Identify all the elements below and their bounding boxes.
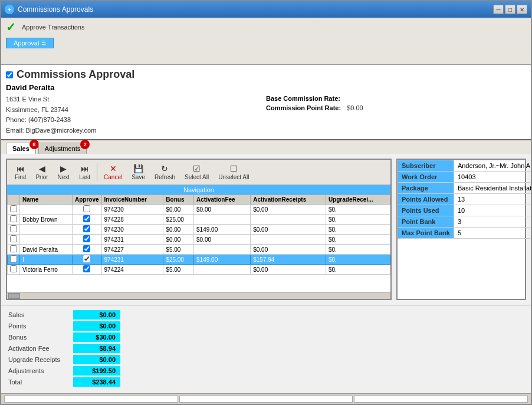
page-checkbox[interactable] [6,71,13,78]
select-all-button[interactable]: ☑ Select All [180,162,213,182]
point-rate-value: $0.00 [347,104,363,111]
title-bar-left: ✦ Commissions Approvals [5,5,93,14]
summary-row: Bonus$30.00 [8,332,524,342]
minimize-button[interactable]: ─ [493,5,504,14]
select-all-label: Select All [185,174,209,180]
transactions-table: Name Approve InvoiceNumber Bonus Activat… [7,195,390,275]
cell-activationFee [194,265,251,275]
close-button[interactable]: ✕ [517,5,527,14]
summary-value: $0.00 [73,321,120,331]
table-header-row: Name Approve InvoiceNumber Bonus Activat… [8,195,390,205]
right-panel-row: PackageBasic Residential Installat... [398,183,531,194]
tab-sales-label: Sales [12,145,29,152]
approve-checkbox[interactable] [83,205,90,212]
title-bar: ✦ Commissions Approvals ─ □ ✕ [1,1,531,18]
tab-sales[interactable]: Sales 8 [6,143,36,154]
maximize-button[interactable]: □ [505,5,515,14]
cell-activationReceipts [251,235,326,245]
unselect-all-icon: ☐ [230,164,238,173]
cell-bonus: $5.00 [163,265,194,275]
cell-upgradeReceipts: $0. [326,235,390,245]
cell-invoice: 974231 [101,255,163,265]
next-button[interactable]: ▶ Next [54,162,74,182]
cell-bonus: $0.00 [163,225,194,235]
summary-row: Points$0.00 [8,321,524,331]
refresh-button[interactable]: ↻ Refresh [150,162,179,182]
right-panel-row: SubscriberAnderson, Jr.~Mr. John A. [398,160,531,172]
approve-checkbox[interactable] [83,245,90,252]
right-panel-row: Work Order10403 [398,172,531,183]
right-panel: SubscriberAnderson, Jr.~Mr. John A.Work … [396,159,526,300]
horizontal-scrollbar[interactable] [7,292,390,299]
tab-adjustments-label: Adjustments [45,145,81,152]
summary-value: $238.44 [73,377,120,387]
right-panel-value: 3 [454,216,531,228]
save-button[interactable]: 💾 Save [127,162,149,182]
row-checkbox[interactable] [10,245,17,252]
app-icon: ✦ [5,5,14,14]
cell-invoice: 974231 [101,235,163,245]
right-panel-label: Subscriber [398,160,454,172]
row-checkbox[interactable] [10,255,17,262]
row-checkbox[interactable] [10,215,17,222]
approve-checkbox[interactable] [83,225,90,232]
cell-invoice: 974224 [101,265,163,275]
cell-name: Victoria Ferro [20,265,73,275]
page-title: Commissions Approval [17,68,134,81]
cell-bonus: $0.00 [163,205,194,215]
last-button[interactable]: ⏭ Last [75,162,94,182]
base-commission-label: Base Commission Rate: [266,95,340,102]
approve-checkbox[interactable] [83,235,90,242]
summary-label: Points [8,322,73,330]
cell-upgradeReceipts: $0. [326,245,390,255]
page-header: Commissions Approval David Peralta 1631 … [1,65,531,140]
cell-bonus: $5.00 [163,245,194,255]
page-title-row: Commissions Approval [6,68,526,81]
person-phone: Phone: (407)870-2438 [6,115,266,126]
col-approve: Approve [73,195,102,205]
right-panel-row: Points Allowed13 [398,194,531,205]
row-checkbox[interactable] [10,265,17,272]
cell-name [20,225,73,235]
prior-icon: ◀ [39,164,45,173]
cell-upgradeReceipts: $0. [326,265,390,275]
unselect-all-button[interactable]: ☐ Unselect All [214,162,253,182]
cell-activationFee: $0.00 [194,205,251,215]
table-row: David Peralta974227$5.00$0.00$0. [8,245,390,255]
first-button[interactable]: ⏮ First [11,162,30,182]
approval-tab-label: Approval [14,39,39,47]
summary-label: Activation Fee [8,345,73,352]
right-panel-row: Point Bank3 [398,216,531,228]
cancel-button[interactable]: ✕ Cancel [100,162,126,182]
cell-invoice: 974230 [101,205,163,215]
save-icon: 💾 [133,164,143,173]
approve-checkbox[interactable] [83,215,90,222]
data-table[interactable]: Name Approve InvoiceNumber Bonus Activat… [7,195,390,292]
cell-upgradeReceipts: $0. [326,215,390,225]
table-panel: ⏮ First ◀ Prior ▶ Next ⏭ Last [6,159,392,300]
status-segment-2 [179,396,353,403]
approve-checkbox[interactable] [83,255,90,262]
tab-adjustments-badge: 2 [80,140,90,149]
prior-button[interactable]: ◀ Prior [31,162,52,182]
person-email: Email: BigDave@microkey.com [6,126,266,136]
scroll-thumb[interactable] [8,293,20,299]
summary-value: $199.50 [73,366,120,376]
tab-adjustments[interactable]: Adjustments 2 [38,143,87,154]
row-checkbox[interactable] [10,205,17,212]
first-icon: ⏮ [17,164,25,173]
summary-label: Bonus [8,334,73,341]
save-label: Save [132,174,145,180]
last-icon: ⏭ [81,164,89,173]
cell-name: David Peralta [20,245,73,255]
approval-tab[interactable]: Approval ☰ [6,38,54,48]
last-label: Last [79,174,90,180]
row-checkbox[interactable] [10,235,17,242]
approve-checkbox[interactable] [83,265,90,272]
cell-upgradeReceipts: $0. [326,205,390,215]
col-checkbox [8,195,20,205]
row-checkbox[interactable] [10,225,17,232]
person-right: Base Commission Rate: Commission Point R… [266,83,526,136]
table-row: Bobby Brown974228$25.00$0. [8,215,390,225]
person-name: David Peralta [6,83,266,92]
